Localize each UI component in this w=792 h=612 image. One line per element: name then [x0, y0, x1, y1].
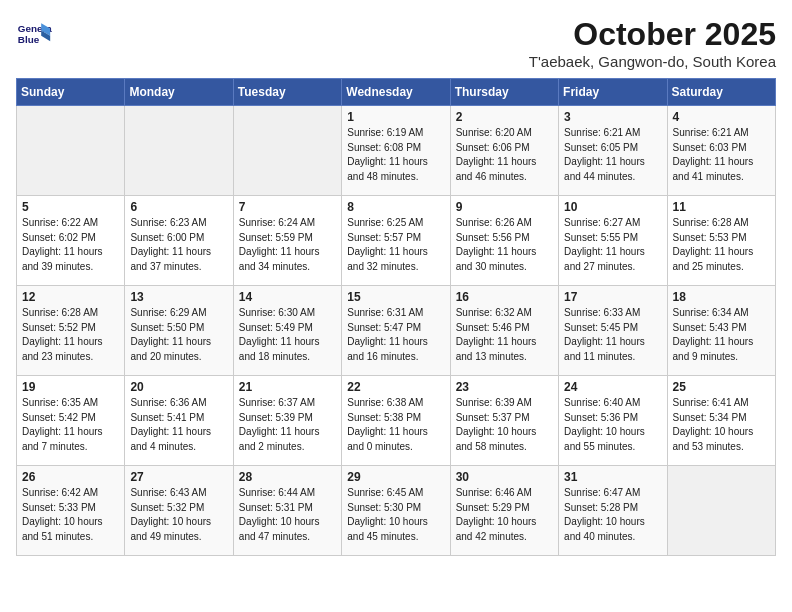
- day-info: Sunrise: 6:45 AMSunset: 5:30 PMDaylight:…: [347, 486, 444, 544]
- calendar-cell: 4Sunrise: 6:21 AMSunset: 6:03 PMDaylight…: [667, 106, 775, 196]
- logo: General Blue: [16, 16, 52, 52]
- calendar-cell: 22Sunrise: 6:38 AMSunset: 5:38 PMDayligh…: [342, 376, 450, 466]
- calendar-cell: 24Sunrise: 6:40 AMSunset: 5:36 PMDayligh…: [559, 376, 667, 466]
- page-header: General Blue October 2025 T'aebaek, Gang…: [16, 16, 776, 70]
- day-number: 15: [347, 290, 444, 304]
- calendar-cell: 25Sunrise: 6:41 AMSunset: 5:34 PMDayligh…: [667, 376, 775, 466]
- calendar-cell: 31Sunrise: 6:47 AMSunset: 5:28 PMDayligh…: [559, 466, 667, 556]
- day-info: Sunrise: 6:47 AMSunset: 5:28 PMDaylight:…: [564, 486, 661, 544]
- day-number: 19: [22, 380, 119, 394]
- day-number: 31: [564, 470, 661, 484]
- day-number: 28: [239, 470, 336, 484]
- day-number: 26: [22, 470, 119, 484]
- column-header-thursday: Thursday: [450, 79, 558, 106]
- day-info: Sunrise: 6:22 AMSunset: 6:02 PMDaylight:…: [22, 216, 119, 274]
- calendar-cell: 1Sunrise: 6:19 AMSunset: 6:08 PMDaylight…: [342, 106, 450, 196]
- day-info: Sunrise: 6:28 AMSunset: 5:53 PMDaylight:…: [673, 216, 770, 274]
- calendar-cell: 2Sunrise: 6:20 AMSunset: 6:06 PMDaylight…: [450, 106, 558, 196]
- calendar-cell: [667, 466, 775, 556]
- calendar-week-row: 19Sunrise: 6:35 AMSunset: 5:42 PMDayligh…: [17, 376, 776, 466]
- calendar-cell: 28Sunrise: 6:44 AMSunset: 5:31 PMDayligh…: [233, 466, 341, 556]
- calendar-cell: 13Sunrise: 6:29 AMSunset: 5:50 PMDayligh…: [125, 286, 233, 376]
- calendar-week-row: 12Sunrise: 6:28 AMSunset: 5:52 PMDayligh…: [17, 286, 776, 376]
- column-header-tuesday: Tuesday: [233, 79, 341, 106]
- day-info: Sunrise: 6:21 AMSunset: 6:03 PMDaylight:…: [673, 126, 770, 184]
- day-info: Sunrise: 6:31 AMSunset: 5:47 PMDaylight:…: [347, 306, 444, 364]
- calendar-cell: 26Sunrise: 6:42 AMSunset: 5:33 PMDayligh…: [17, 466, 125, 556]
- day-number: 27: [130, 470, 227, 484]
- calendar-cell: [233, 106, 341, 196]
- calendar-cell: 27Sunrise: 6:43 AMSunset: 5:32 PMDayligh…: [125, 466, 233, 556]
- day-number: 4: [673, 110, 770, 124]
- day-info: Sunrise: 6:24 AMSunset: 5:59 PMDaylight:…: [239, 216, 336, 274]
- day-number: 11: [673, 200, 770, 214]
- calendar-cell: 29Sunrise: 6:45 AMSunset: 5:30 PMDayligh…: [342, 466, 450, 556]
- day-number: 18: [673, 290, 770, 304]
- calendar-cell: 5Sunrise: 6:22 AMSunset: 6:02 PMDaylight…: [17, 196, 125, 286]
- day-info: Sunrise: 6:36 AMSunset: 5:41 PMDaylight:…: [130, 396, 227, 454]
- column-header-monday: Monday: [125, 79, 233, 106]
- day-number: 7: [239, 200, 336, 214]
- calendar-cell: [125, 106, 233, 196]
- calendar-cell: 19Sunrise: 6:35 AMSunset: 5:42 PMDayligh…: [17, 376, 125, 466]
- page-subtitle: T'aebaek, Gangwon-do, South Korea: [529, 53, 776, 70]
- day-info: Sunrise: 6:38 AMSunset: 5:38 PMDaylight:…: [347, 396, 444, 454]
- column-header-saturday: Saturday: [667, 79, 775, 106]
- day-info: Sunrise: 6:25 AMSunset: 5:57 PMDaylight:…: [347, 216, 444, 274]
- calendar-cell: 18Sunrise: 6:34 AMSunset: 5:43 PMDayligh…: [667, 286, 775, 376]
- calendar-cell: 8Sunrise: 6:25 AMSunset: 5:57 PMDaylight…: [342, 196, 450, 286]
- day-number: 25: [673, 380, 770, 394]
- day-info: Sunrise: 6:33 AMSunset: 5:45 PMDaylight:…: [564, 306, 661, 364]
- calendar-cell: 17Sunrise: 6:33 AMSunset: 5:45 PMDayligh…: [559, 286, 667, 376]
- day-number: 2: [456, 110, 553, 124]
- day-number: 21: [239, 380, 336, 394]
- calendar-cell: 10Sunrise: 6:27 AMSunset: 5:55 PMDayligh…: [559, 196, 667, 286]
- day-number: 14: [239, 290, 336, 304]
- calendar-cell: 14Sunrise: 6:30 AMSunset: 5:49 PMDayligh…: [233, 286, 341, 376]
- day-number: 3: [564, 110, 661, 124]
- calendar-week-row: 5Sunrise: 6:22 AMSunset: 6:02 PMDaylight…: [17, 196, 776, 286]
- page-title: October 2025: [529, 16, 776, 53]
- day-info: Sunrise: 6:26 AMSunset: 5:56 PMDaylight:…: [456, 216, 553, 274]
- day-number: 16: [456, 290, 553, 304]
- day-info: Sunrise: 6:23 AMSunset: 6:00 PMDaylight:…: [130, 216, 227, 274]
- day-info: Sunrise: 6:39 AMSunset: 5:37 PMDaylight:…: [456, 396, 553, 454]
- day-number: 17: [564, 290, 661, 304]
- day-info: Sunrise: 6:29 AMSunset: 5:50 PMDaylight:…: [130, 306, 227, 364]
- title-area: October 2025 T'aebaek, Gangwon-do, South…: [529, 16, 776, 70]
- day-info: Sunrise: 6:35 AMSunset: 5:42 PMDaylight:…: [22, 396, 119, 454]
- day-number: 22: [347, 380, 444, 394]
- calendar-week-row: 1Sunrise: 6:19 AMSunset: 6:08 PMDaylight…: [17, 106, 776, 196]
- day-info: Sunrise: 6:42 AMSunset: 5:33 PMDaylight:…: [22, 486, 119, 544]
- calendar-table: SundayMondayTuesdayWednesdayThursdayFrid…: [16, 78, 776, 556]
- day-number: 6: [130, 200, 227, 214]
- day-info: Sunrise: 6:37 AMSunset: 5:39 PMDaylight:…: [239, 396, 336, 454]
- day-number: 23: [456, 380, 553, 394]
- calendar-cell: 12Sunrise: 6:28 AMSunset: 5:52 PMDayligh…: [17, 286, 125, 376]
- calendar-week-row: 26Sunrise: 6:42 AMSunset: 5:33 PMDayligh…: [17, 466, 776, 556]
- logo-icon: General Blue: [16, 16, 52, 52]
- day-info: Sunrise: 6:28 AMSunset: 5:52 PMDaylight:…: [22, 306, 119, 364]
- day-number: 5: [22, 200, 119, 214]
- day-info: Sunrise: 6:44 AMSunset: 5:31 PMDaylight:…: [239, 486, 336, 544]
- day-number: 12: [22, 290, 119, 304]
- column-header-friday: Friday: [559, 79, 667, 106]
- day-number: 29: [347, 470, 444, 484]
- calendar-cell: 7Sunrise: 6:24 AMSunset: 5:59 PMDaylight…: [233, 196, 341, 286]
- day-info: Sunrise: 6:41 AMSunset: 5:34 PMDaylight:…: [673, 396, 770, 454]
- day-info: Sunrise: 6:21 AMSunset: 6:05 PMDaylight:…: [564, 126, 661, 184]
- day-info: Sunrise: 6:46 AMSunset: 5:29 PMDaylight:…: [456, 486, 553, 544]
- day-number: 9: [456, 200, 553, 214]
- calendar-cell: 9Sunrise: 6:26 AMSunset: 5:56 PMDaylight…: [450, 196, 558, 286]
- calendar-cell: 11Sunrise: 6:28 AMSunset: 5:53 PMDayligh…: [667, 196, 775, 286]
- day-info: Sunrise: 6:43 AMSunset: 5:32 PMDaylight:…: [130, 486, 227, 544]
- day-number: 13: [130, 290, 227, 304]
- calendar-cell: 20Sunrise: 6:36 AMSunset: 5:41 PMDayligh…: [125, 376, 233, 466]
- day-info: Sunrise: 6:30 AMSunset: 5:49 PMDaylight:…: [239, 306, 336, 364]
- calendar-cell: 6Sunrise: 6:23 AMSunset: 6:00 PMDaylight…: [125, 196, 233, 286]
- calendar-cell: 15Sunrise: 6:31 AMSunset: 5:47 PMDayligh…: [342, 286, 450, 376]
- calendar-header-row: SundayMondayTuesdayWednesdayThursdayFrid…: [17, 79, 776, 106]
- day-number: 24: [564, 380, 661, 394]
- calendar-cell: 3Sunrise: 6:21 AMSunset: 6:05 PMDaylight…: [559, 106, 667, 196]
- day-number: 8: [347, 200, 444, 214]
